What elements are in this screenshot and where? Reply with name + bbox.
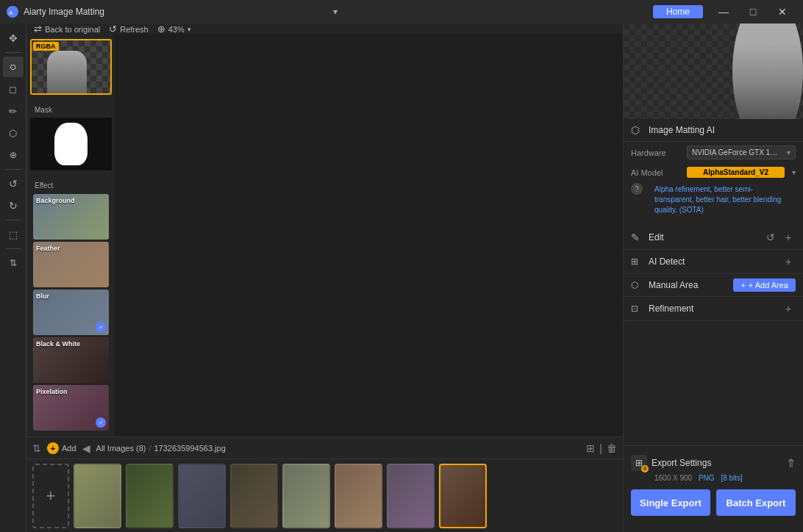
edit-add-btn[interactable]: + <box>781 230 796 245</box>
grid-view-btn[interactable]: ⊞ <box>586 442 595 454</box>
strip-toolbar: ⇅ + Add ◀ All Images (8) / 1732635994563… <box>26 437 623 459</box>
ai-detect-add-btn[interactable]: + <box>781 254 796 269</box>
bottom-strip: ⇅ + Add ◀ All Images (8) / 1732635994563… <box>26 436 623 532</box>
effect-blur[interactable]: Blur ✓ <box>33 290 109 335</box>
effect-black-white[interactable]: Black & White <box>33 337 109 383</box>
batch-export-button[interactable]: Batch Export <box>716 489 796 516</box>
gear-badge: ⚙ <box>641 465 649 472</box>
dropdown-arrow[interactable]: ▾ <box>333 7 338 17</box>
close-button[interactable]: ✕ <box>768 1 797 22</box>
tool-redo[interactable]: ↻ <box>3 195 24 216</box>
mask-section: Mask <box>27 100 115 176</box>
export-settings-icon: ⊞ ⚙ <box>631 455 647 471</box>
refresh-button[interactable]: ↺ Refresh <box>109 24 149 34</box>
canvas-area: ⇄ Back to original ↺ Refresh ⊕ 43% ▾ <box>26 24 623 436</box>
current-file: 1732635994563.jpg <box>154 444 226 453</box>
tool-fill[interactable]: ⬡ <box>3 123 24 143</box>
thumbnail-8[interactable] <box>439 464 487 528</box>
back-to-original-button[interactable]: ⇄ Back to original <box>34 24 100 34</box>
manual-area-section-header[interactable]: ⬡ Manual Area + + Add Area <box>624 274 803 297</box>
refinement-section-header[interactable]: ⊡ Refinement + <box>624 297 803 321</box>
tool-brush-select[interactable]: ○ <box>3 57 24 77</box>
mask-thumbnail[interactable] <box>30 118 112 170</box>
mask-shape <box>54 123 87 165</box>
refinement-add-btn[interactable]: + <box>781 301 796 316</box>
export-format: PNG <box>699 474 715 482</box>
manual-area-icon: ⬡ <box>631 278 644 292</box>
tool-eraser[interactable]: ◻ <box>3 79 24 99</box>
tool-expand[interactable]: ⇅ <box>3 253 24 273</box>
effect-feather[interactable]: Feather <box>33 242 109 287</box>
ai-model-value: AlphaStandard_V2 <box>703 168 768 176</box>
strip-icons: ⊞ | 🗑 <box>586 442 617 454</box>
refinement-label: Refinement <box>649 303 781 314</box>
zoom-icon: ⊕ <box>157 24 165 34</box>
add-strip-btn[interactable]: + Add <box>47 442 76 454</box>
separator <box>6 248 21 249</box>
ai-model-label: AI Model <box>631 168 681 177</box>
right-thumb-panel: RGBA Mask Effect <box>26 34 115 436</box>
manual-area-actions: + + Add Area <box>733 278 796 292</box>
manual-area-label: Manual Area <box>649 280 733 290</box>
rgba-thumbnail[interactable]: RGBA <box>30 39 112 95</box>
back-icon: ⇄ <box>34 24 42 34</box>
zoom-control[interactable]: ⊕ 43% ▾ <box>157 24 191 34</box>
add-area-plus-icon: + <box>740 281 745 290</box>
nav-left-icon[interactable]: ◀ <box>82 442 90 454</box>
effect-pixelation-label: Pixelation <box>36 388 68 395</box>
edit-icon: ✎ <box>631 231 644 244</box>
app-icon: A <box>6 5 19 18</box>
thumbnail-4[interactable] <box>230 464 278 528</box>
export-settings-label: Export Settings <box>652 458 782 468</box>
separator <box>6 220 21 220</box>
thumbnail-6[interactable] <box>335 464 382 528</box>
rgba-section: RGBA <box>27 34 115 100</box>
effect-black-white-label: Black & White <box>36 340 80 348</box>
hardware-value: NVIDIA GeForce GTX 1050 Ti <box>692 148 780 157</box>
right-panel: ⬡ Image Matting AI Hardware NVIDIA GeFor… <box>623 24 803 532</box>
thumbnail-3[interactable] <box>178 464 226 528</box>
thumbnail-2[interactable] <box>126 464 174 528</box>
thumbnail-7[interactable] <box>387 464 435 528</box>
single-export-button[interactable]: Single Export <box>631 489 710 516</box>
thumbnail-1[interactable] <box>74 464 121 528</box>
export-collapse-btn[interactable]: ⇑ <box>786 456 796 470</box>
thumbnail-5[interactable] <box>282 464 330 528</box>
back-label: Back to original <box>45 25 100 34</box>
tool-pan[interactable]: ✥ <box>3 28 24 48</box>
image-matting-section-header[interactable]: ⬡ Image Matting AI <box>624 119 803 142</box>
separator <box>6 169 21 170</box>
export-btn-row: Single Export Batch Export <box>631 486 796 519</box>
effect-pixelation[interactable]: Pixelation ✓ <box>33 385 109 431</box>
effect-feather-label: Feather <box>36 245 60 252</box>
edit-undo-btn[interactable]: ↺ <box>763 230 778 245</box>
hardware-select[interactable]: NVIDIA GeForce GTX 1050 Ti ▾ <box>687 145 796 159</box>
ai-detect-section-actions: + <box>781 254 796 269</box>
tool-undo[interactable]: ↺ <box>3 173 24 194</box>
add-label: Add <box>62 444 76 453</box>
canvas-toolbar: ⇄ Back to original ↺ Refresh ⊕ 43% ▾ <box>26 24 623 34</box>
home-button[interactable]: Home <box>653 5 703 18</box>
delete-btn[interactable]: 🗑 <box>607 442 617 454</box>
tool-pencil[interactable]: ✏ <box>3 101 24 121</box>
add-area-btn[interactable]: + + Add Area <box>733 278 796 292</box>
effect-background-label: Background <box>36 197 75 204</box>
app-title: Aiarty Image Matting <box>24 7 333 17</box>
maximize-button[interactable]: □ <box>738 1 768 22</box>
effect-pixelation-check: ✓ <box>96 417 106 428</box>
effect-background[interactable]: Background <box>33 194 109 240</box>
tool-select-rect[interactable]: ⬚ <box>3 224 24 245</box>
add-image-button[interactable]: + <box>32 464 69 528</box>
collapse-icon[interactable]: ⇅ <box>32 442 41 454</box>
strip-divider-btn[interactable]: | <box>599 442 602 454</box>
all-images-link[interactable]: All Images (8) <box>96 444 146 453</box>
edit-section-header[interactable]: ✎ Edit ↺ + <box>624 226 803 250</box>
ai-model-dropdown-icon[interactable]: ▾ <box>792 168 796 176</box>
export-settings-row: ⊞ ⚙ Export Settings ⇑ <box>631 452 796 474</box>
minimize-button[interactable]: — <box>709 1 738 22</box>
add-icon: + <box>47 442 59 454</box>
ai-detect-section-header[interactable]: ⊞ AI Detect + <box>624 250 803 274</box>
main-layout: ✥ ○ ◻ ✏ ⬡ ⊕ ↺ ↻ ⬚ ⇅ ⇄ Back to original <box>0 24 803 532</box>
ai-model-row: AI Model AlphaStandard_V2 ▾ <box>624 163 803 181</box>
tool-eyedropper[interactable]: ⊕ <box>3 145 24 165</box>
